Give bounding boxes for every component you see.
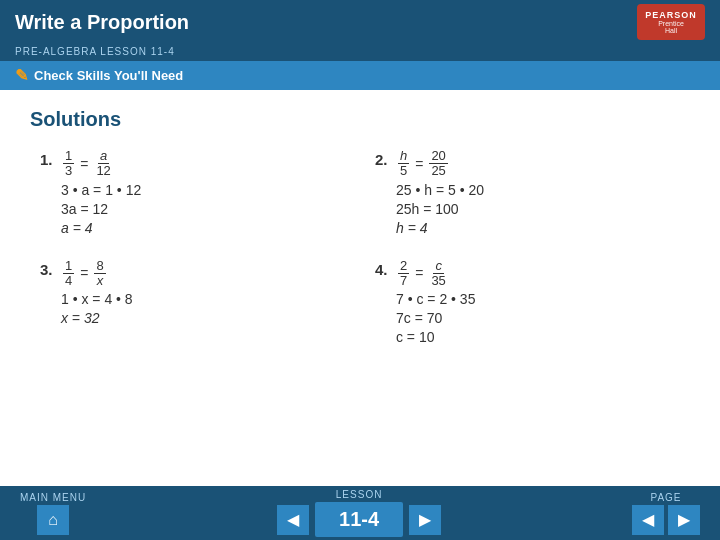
- eq-row-2d: h = 4: [396, 220, 484, 236]
- fraction-1-rhs: a 12: [94, 149, 112, 179]
- eq-row-3a: 1 4 = 8 x: [61, 259, 133, 289]
- solution-content-4: 2 7 = c 35 7 • c = 2 • 35 7c = 70 c =: [396, 259, 475, 349]
- prev-page-icon: ◀: [642, 510, 654, 529]
- footer: MAIN MENU ⌂ LESSON ◀ 11-4 ▶ PAGE ◀ ▶: [0, 486, 720, 540]
- prev-icon: ◀: [287, 510, 299, 529]
- eq-row-3b: 1 • x = 4 • 8: [61, 291, 133, 307]
- solution-item-2: 2. h 5 = 20 25 25 • h = 5 • 20: [365, 149, 690, 239]
- pearson-brand: PEARSON: [645, 10, 697, 20]
- next-page-button[interactable]: ▶: [668, 505, 700, 535]
- solution-number-1: 1.: [40, 151, 53, 168]
- eq-row-4a: 2 7 = c 35: [396, 259, 475, 289]
- prev-page-button[interactable]: ◀: [632, 505, 664, 535]
- solutions-title: Solutions: [30, 108, 690, 131]
- solution-number-3: 3.: [40, 261, 53, 278]
- solution-item-3: 3. 1 4 = 8 x 1 • x = 4 • 8: [30, 259, 355, 349]
- eq-row-2a: h 5 = 20 25: [396, 149, 484, 179]
- fraction-2-lhs: h 5: [398, 149, 409, 179]
- next-lesson-button[interactable]: ▶: [409, 505, 441, 535]
- solution-content-3: 1 4 = 8 x 1 • x = 4 • 8 x = 32: [61, 259, 133, 330]
- check-skills-banner: ✎ Check Skills You'll Need: [0, 61, 720, 90]
- solution-item-1: 1. 1 3 = a 12 3 • a = 1 • 12: [30, 149, 355, 239]
- pearson-logo: PEARSON Prentice Hall: [637, 4, 705, 40]
- page-label: PAGE: [650, 492, 681, 503]
- solution-content-1: 1 3 = a 12 3 • a = 1 • 12 3a = 12 a =: [61, 149, 141, 239]
- header: Write a Proportion PEARSON Prentice Hall: [0, 0, 720, 44]
- footer-main-menu-col: MAIN MENU ⌂: [20, 492, 86, 535]
- next-icon: ▶: [419, 510, 431, 529]
- eq-row-1a: 1 3 = a 12: [61, 149, 141, 179]
- fraction-4-rhs: c 35: [429, 259, 447, 289]
- prev-lesson-button[interactable]: ◀: [277, 505, 309, 535]
- solution-content-2: h 5 = 20 25 25 • h = 5 • 20 25h = 100: [396, 149, 484, 239]
- eq-row-1d: a = 4: [61, 220, 141, 236]
- eq-row-3c: x = 32: [61, 310, 133, 326]
- fraction-3-lhs: 1 4: [63, 259, 74, 289]
- prentice-text: Prentice: [658, 20, 684, 27]
- check-icon: ✎: [15, 66, 28, 85]
- hall-text: Hall: [665, 27, 677, 34]
- fraction-4-lhs: 2 7: [398, 259, 409, 289]
- eq-row-2c: 25h = 100: [396, 201, 484, 217]
- check-skills-label: Check Skills You'll Need: [34, 68, 183, 83]
- subtitle-text: PRE-ALGEBRA LESSON 11-4: [15, 46, 175, 57]
- solution-number-2: 2.: [375, 151, 388, 168]
- home-icon: ⌂: [48, 511, 58, 529]
- solution-item-4: 4. 2 7 = c 35 7 • c = 2 • 35: [365, 259, 690, 349]
- eq-row-4b: 7 • c = 2 • 35: [396, 291, 475, 307]
- fraction-2-rhs: 20 25: [429, 149, 447, 179]
- eq-row-4d: c = 10: [396, 329, 475, 345]
- lesson-badge: 11-4: [315, 502, 403, 537]
- eq-row-1c: 3a = 12: [61, 201, 141, 217]
- next-page-icon: ▶: [678, 510, 690, 529]
- home-button[interactable]: ⌂: [37, 505, 69, 535]
- solution-number-4: 4.: [375, 261, 388, 278]
- sub-header: PRE-ALGEBRA LESSON 11-4: [0, 44, 720, 61]
- page-title: Write a Proportion: [15, 11, 189, 34]
- footer-page-col: PAGE ◀ ▶: [632, 492, 700, 535]
- eq-row-1b: 3 • a = 1 • 12: [61, 182, 141, 198]
- fraction-3-rhs: 8 x: [94, 259, 105, 289]
- fraction-1-lhs: 1 3: [63, 149, 74, 179]
- eq-row-4c: 7c = 70: [396, 310, 475, 326]
- main-menu-label: MAIN MENU: [20, 492, 86, 503]
- main-content: Solutions 1. 1 3 = a 12 3 • a = 1: [0, 90, 720, 366]
- eq-row-2b: 25 • h = 5 • 20: [396, 182, 484, 198]
- solutions-grid: 1. 1 3 = a 12 3 • a = 1 • 12: [30, 149, 690, 348]
- lesson-label: LESSON: [336, 489, 383, 500]
- footer-lesson-col: LESSON ◀ 11-4 ▶: [277, 489, 441, 537]
